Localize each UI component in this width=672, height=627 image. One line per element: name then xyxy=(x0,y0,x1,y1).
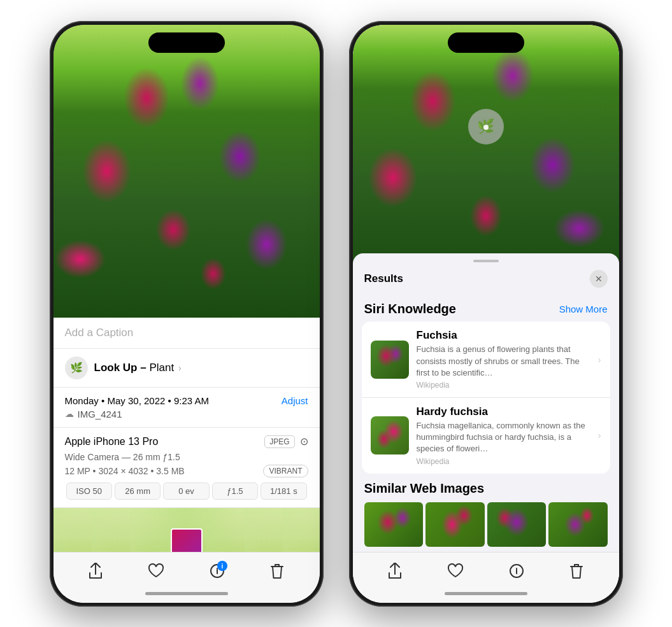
bottom-toolbar: i xyxy=(54,552,320,603)
lookup-icon: 🌿 xyxy=(65,356,88,379)
photo-date: Monday • May 30, 2022 • 9:23 AM xyxy=(65,395,209,406)
share-button-2[interactable] xyxy=(388,563,402,579)
camera-details: Wide Camera — 26 mm ƒ1.5 xyxy=(65,452,308,462)
hardy-fuchsia-chevron: › xyxy=(598,430,601,440)
hardy-fuchsia-description: Fuchsia magellanica, commonly known as t… xyxy=(417,420,590,455)
fuchsia-description: Fuchsia is a genus of flowering plants t… xyxy=(417,344,590,379)
hardy-fuchsia-source: Wikipedia xyxy=(417,457,590,466)
results-header: Results ✕ xyxy=(353,262,619,294)
home-bar-2 xyxy=(445,592,527,595)
notch xyxy=(148,32,225,53)
info-button-2[interactable] xyxy=(509,563,524,579)
exif-aperture: ƒ1.5 xyxy=(212,483,258,500)
photo-display-2: 🌿 xyxy=(353,25,619,279)
lookup-row[interactable]: 🌿 Look Up – Plant › xyxy=(54,349,320,388)
device-section: Apple iPhone 13 Pro JPEG ⊙ Wide Camera —… xyxy=(54,428,320,508)
lookup-chevron: › xyxy=(178,363,182,373)
exif-shutter: 1/181 s xyxy=(261,483,306,500)
notch-2 xyxy=(448,32,524,53)
share-button[interactable] xyxy=(89,563,103,579)
fuchsia-name: Fuchsia xyxy=(417,329,590,342)
lookup-subject: Plant xyxy=(149,362,174,374)
exif-iso: ISO 50 xyxy=(66,483,112,500)
info-badge: i xyxy=(217,561,227,571)
photo-display xyxy=(54,25,320,318)
heart-button-2[interactable] xyxy=(447,563,464,579)
knowledge-item-hardy-fuchsia[interactable]: Hardy fuchsia Fuchsia magellanica, commo… xyxy=(362,397,610,474)
knowledge-item-fuchsia[interactable]: Fuchsia Fuchsia is a genus of flowering … xyxy=(362,321,610,397)
hardy-fuchsia-thumbnail xyxy=(371,416,409,454)
web-image-1[interactable] xyxy=(364,502,424,547)
web-image-3[interactable] xyxy=(487,502,547,547)
web-images-row xyxy=(364,502,608,547)
lookup-label: Look Up – Plant › xyxy=(94,362,182,374)
results-panel: Results ✕ Siri Knowledge Show More xyxy=(353,253,619,602)
siri-knowledge-title: Siri Knowledge xyxy=(364,302,456,316)
exif-ev: 0 ev xyxy=(163,483,209,500)
fuchsia-chevron: › xyxy=(598,355,601,365)
flower-photo-2 xyxy=(353,25,619,279)
fuchsia-content: Fuchsia Fuchsia is a genus of flowering … xyxy=(417,329,590,390)
knowledge-card: Fuchsia Fuchsia is a genus of flowering … xyxy=(362,321,610,473)
caption-area[interactable]: Add a Caption xyxy=(54,318,320,349)
phone-2: 🌿 Results ✕ Siri Knowledge xyxy=(349,21,623,607)
trash-button-2[interactable] xyxy=(569,563,583,579)
heart-button[interactable] xyxy=(148,563,164,579)
phone-1: Add a Caption 🌿 Look Up – Plant › xyxy=(50,21,324,607)
bottom-toolbar-2 xyxy=(353,552,619,603)
exif-row: ISO 50 26 mm 0 ev ƒ1.5 1/181 s xyxy=(65,483,308,500)
hardy-fuchsia-content: Hardy fuchsia Fuchsia magellanica, commo… xyxy=(417,405,590,466)
web-image-2[interactable] xyxy=(425,502,485,547)
siri-dot xyxy=(483,125,489,130)
show-more-button[interactable]: Show More xyxy=(559,304,608,314)
device-name: Apple iPhone 13 Pro xyxy=(65,436,159,447)
web-images-title: Similar Web Images xyxy=(364,481,608,496)
flower-photo xyxy=(54,25,320,318)
fuchsia-source: Wikipedia xyxy=(417,381,590,390)
vibrant-badge: VIBRANT xyxy=(263,465,308,477)
close-icon: ✕ xyxy=(595,274,603,284)
close-button[interactable]: ✕ xyxy=(590,270,608,288)
settings-icon: ⊙ xyxy=(300,435,308,447)
filename: IMG_4241 xyxy=(78,409,122,419)
web-images-section: Similar Web Images xyxy=(353,474,619,552)
web-image-4[interactable] xyxy=(548,502,608,547)
photo-specs: 12 MP • 3024 × 4032 • 3.5 MB xyxy=(65,466,185,476)
caption-placeholder[interactable]: Add a Caption xyxy=(65,327,134,339)
hardy-fuchsia-name: Hardy fuchsia xyxy=(417,405,590,418)
siri-knowledge-header: Siri Knowledge Show More xyxy=(353,294,619,321)
trash-button[interactable] xyxy=(270,563,284,579)
home-bar xyxy=(145,592,228,595)
exif-focal: 26 mm xyxy=(115,483,161,500)
fuchsia-thumbnail xyxy=(371,341,409,379)
results-title: Results xyxy=(364,272,403,285)
adjust-button[interactable]: Adjust xyxy=(282,395,308,406)
info-button[interactable]: i xyxy=(210,563,225,579)
cloud-icon: ☁ xyxy=(65,409,74,419)
format-badge: JPEG xyxy=(264,435,294,448)
meta-section: Monday • May 30, 2022 • 9:23 AM Adjust ☁… xyxy=(54,388,320,428)
